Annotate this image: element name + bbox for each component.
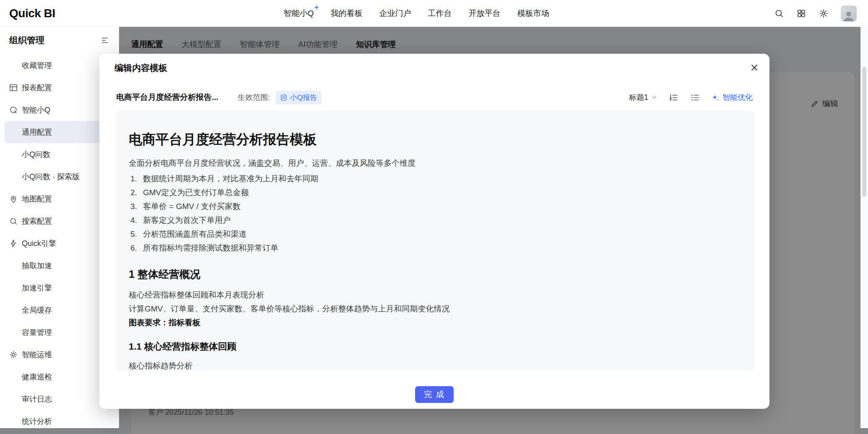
- sidebar-item-q-ask-explore[interactable]: 小Q问数 · 探索版: [5, 165, 114, 188]
- apps-grid-icon[interactable]: [796, 8, 806, 18]
- sidebar-item-smart-ops[interactable]: 智能运维: [5, 343, 114, 366]
- template-name: 电商平台月度经营分析报告...: [116, 92, 218, 103]
- scrollbar-track[interactable]: [860, 26, 868, 428]
- avatar-person-icon: [842, 10, 855, 21]
- doc-intro: 全面分析电商平台月度经营状况，涵盖交易、用户、运营、成本及风险等多个维度: [129, 156, 734, 170]
- smart-q-icon: [9, 105, 18, 115]
- icon-slot: [9, 128, 18, 137]
- icon-slot: [9, 172, 18, 181]
- sidebar-item-extract-acceleration[interactable]: 抽取加速: [5, 254, 114, 277]
- sidebar-item-global-cache[interactable]: 全局缓存: [5, 299, 114, 321]
- sidebar-item-favorites[interactable]: 收藏管理: [5, 54, 114, 76]
- doc-rule: GMV定义为已支付订单总金额: [130, 186, 734, 199]
- nav-item-open-platform[interactable]: 开放平台: [468, 8, 500, 19]
- sidebar-item-label: 审计日志: [22, 394, 52, 404]
- modal-toolbar: 电商平台月度经营分析报告... 生效范围: 小Q报告 标题1 智能优化: [116, 88, 753, 107]
- sidebar-item-label: 健康巡检: [22, 372, 52, 382]
- nav-item-smart-q-label: 智能小Q: [284, 9, 314, 18]
- collapse-sidebar-icon[interactable]: [100, 36, 109, 45]
- icon-slot: [9, 328, 18, 337]
- search-icon[interactable]: [774, 8, 784, 18]
- sidebar-item-health-check[interactable]: 健康巡检: [5, 366, 114, 388]
- avatar[interactable]: [841, 5, 857, 21]
- toolbar-actions: 标题1 智能优化: [629, 92, 753, 102]
- heading-style-value: 标题1: [629, 92, 648, 102]
- template-editor[interactable]: 电商平台月度经营分析报告模板 全面分析电商平台月度经营状况，涵盖交易、用户、运营…: [116, 110, 754, 371]
- sidebar-item-report-config[interactable]: 报表配置: [5, 76, 114, 99]
- chart-req-label: 图表要求：: [129, 318, 169, 327]
- doc-rule: 分析范围涵盖所有品类和渠道: [130, 227, 734, 241]
- nav-item-workspace[interactable]: 工作台: [428, 8, 452, 19]
- ai-optimize-label: 智能优化: [722, 92, 753, 102]
- sidebar-item-audit-log[interactable]: 审计日志: [5, 388, 114, 410]
- heading-style-select[interactable]: 标题1: [629, 92, 657, 102]
- gear-icon[interactable]: [819, 8, 829, 18]
- nav-item-template-market[interactable]: 模板市场: [517, 8, 549, 19]
- sidebar-item-acceleration-engine[interactable]: 加速引擎: [5, 277, 114, 299]
- doc-p2: 计算GMV、订单量、支付买家数、客单价等核心指标，分析整体趋势与上月和同期变化情…: [129, 302, 734, 316]
- chevron-down-icon: [651, 94, 657, 100]
- report-tag-icon: [280, 94, 287, 101]
- scope-label: 生效范围:: [238, 92, 270, 102]
- icon-slot: [9, 283, 18, 293]
- sidebar-item-label: 搜索配置: [22, 216, 52, 226]
- nav-item-portal[interactable]: 企业门户: [379, 8, 411, 19]
- sidebar-item-label: 容量管理: [22, 327, 52, 337]
- sidebar-item-stats-analysis[interactable]: 统计分析: [5, 410, 114, 432]
- icon-slot: [9, 372, 18, 382]
- doc-h1: 电商平台月度经营分析报告模板: [129, 131, 734, 148]
- nav-menu: 智能小Q 我的看板 企业门户 工作台 开放平台 模板市场: [284, 8, 549, 19]
- sidebar-title: 组织管理: [9, 34, 44, 46]
- doc-rules-list: 数据统计周期为本月，对比基准为上月和去年同期 GMV定义为已支付订单总金额 客单…: [129, 172, 734, 255]
- sidebar-item-q-ask[interactable]: 小Q问数: [5, 143, 114, 165]
- icon-slot: [9, 306, 18, 315]
- app-root: 通用配置 大模型配置 智能体管理 AI功能管理 知识库管理 编辑 客户 2025…: [0, 0, 868, 434]
- doc-rule: 客单价 = GMV / 支付买家数: [130, 199, 734, 213]
- doc-chart-requirement: 图表要求：指标看板: [129, 316, 734, 329]
- sidebar-item-capacity[interactable]: 容量管理: [5, 321, 114, 343]
- sidebar-item-search-config[interactable]: 搜索配置: [5, 210, 114, 232]
- icon-slot: [9, 61, 18, 70]
- sidebar-item-label: 收藏管理: [22, 60, 52, 71]
- scrollbar-thumb[interactable]: [862, 67, 866, 197]
- sidebar-item-label: 通用配置: [22, 127, 52, 137]
- edit-template-modal: 编辑内容模板 电商平台月度经营分析报告... 生效范围: 小Q报告 标题1 智能…: [99, 54, 769, 409]
- sidebar-item-label: 智能小Q: [22, 105, 50, 115]
- sparkle-icon: [313, 4, 320, 10]
- sidebar-item-label: 报表配置: [22, 83, 52, 93]
- doc-p3: 核心指标趋势分析: [129, 359, 734, 371]
- sidebar-item-map-config[interactable]: 地图配置: [5, 188, 114, 210]
- icon-slot: [9, 417, 18, 426]
- sidebar-item-label: 小Q问数: [22, 149, 50, 159]
- sidebar-item-quick-engine[interactable]: Quick引擎: [5, 232, 114, 254]
- doc-h3: 1.1 核心经营指标整体回顾: [129, 340, 734, 353]
- doc-rule: 所有指标均需排除测试数据和异常订单: [130, 241, 734, 255]
- quickbi-logo[interactable]: Quick BI: [9, 7, 55, 20]
- sidebar-item-label: 全局缓存: [22, 305, 52, 315]
- bullet-list-icon[interactable]: [690, 93, 700, 102]
- sidebar-item-label: Quick引擎: [22, 238, 56, 248]
- nav-item-smart-q[interactable]: 智能小Q: [284, 8, 314, 19]
- ai-optimize-button[interactable]: 智能优化: [712, 92, 753, 102]
- sidebar-item-smart-q[interactable]: 智能小Q: [5, 99, 114, 121]
- doc-h2: 1 整体经营概况: [129, 267, 734, 281]
- sidebar-item-label: 加速引擎: [22, 283, 52, 293]
- sidebar-item-label: 抽取加速: [22, 261, 52, 271]
- ordered-list-icon[interactable]: [669, 93, 678, 102]
- sidebar-header: 组织管理: [0, 26, 119, 54]
- doc-p1: 核心经营指标整体回顾和本月表现分析: [129, 288, 734, 302]
- icon-slot: [9, 261, 18, 270]
- nav-item-dashboards[interactable]: 我的看板: [330, 8, 362, 19]
- sidebar-item-general-config[interactable]: 通用配置: [5, 121, 114, 143]
- map-pin-icon: [9, 194, 18, 204]
- icon-slot: [9, 150, 18, 159]
- close-icon[interactable]: [749, 63, 759, 73]
- modal-title: 编辑内容模板: [114, 62, 167, 74]
- search-config-icon: [9, 217, 18, 226]
- doc-rule: 数据统计周期为本月，对比基准为上月和去年同期: [130, 172, 734, 186]
- magic-sparkle-icon: [712, 94, 720, 102]
- scope-tag[interactable]: 小Q报告: [275, 91, 322, 105]
- sidebar-item-label: 智能运维: [22, 350, 52, 360]
- doc-rule: 新客定义为首次下单用户: [130, 213, 734, 227]
- done-button[interactable]: 完 成: [415, 386, 454, 403]
